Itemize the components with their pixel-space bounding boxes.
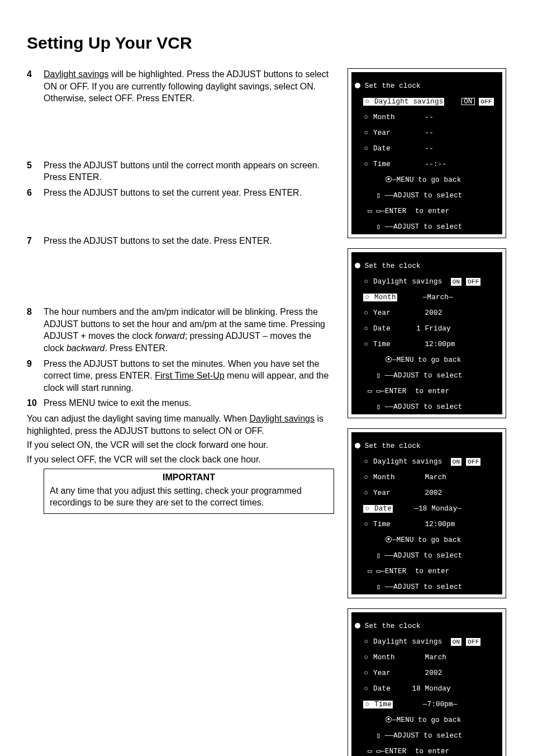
step-9: 9 Press the ADJUST buttons to set the mi… [27,358,334,394]
osd-hint: MENU to go back [397,356,461,364]
osd-month-label: Month [373,114,395,121]
step-body: Press the ADJUST buttons until the corre… [44,159,334,183]
osd-time-label: Time [374,701,392,708]
osd-hint: ADJUST to select [393,552,462,560]
osd-column: Set the clock ○ Daylight savings ON OFF … [348,68,506,756]
osd-header: Set the clock [365,262,421,270]
osd-year-label: Year [373,489,391,497]
step-body: Press the ADJUST buttons to set the curr… [44,187,334,199]
osd-daylight: Daylight savings [373,278,442,286]
osd-hint: ADJUST to select [393,403,462,411]
osd-date-label: Date [373,685,391,693]
osd-header: Set the clock [365,82,421,90]
osd-month-label: Month [374,294,396,301]
osd-time-label: Time [373,521,391,528]
osd-month-val: -- [425,114,434,121]
osd-hint: MENU to go back [397,716,461,724]
osd-time-val: 12:00pm [425,521,455,528]
osd-header: Set the clock [365,622,421,630]
osd-hint: ADJUST to select [393,583,462,591]
osd-hint: MENU to go back [397,536,461,544]
important-title: IMPORTANT [50,471,328,484]
step-4: 4 Daylight savings will be highlighted. … [27,68,334,105]
osd-hint: ENTER to enter [385,388,450,395]
osd-hint: ENTER to enter [385,748,450,755]
osd-month-label: Month [373,654,395,662]
t: First Time Set-Up [155,371,224,380]
osd-header: Set the clock [365,442,421,450]
step-10: 10 Press MENU twice to exit the menus. [27,397,334,409]
paragraph-daylight-adjust: You can adjust the daylight saving time … [27,413,334,437]
step-body: Press the ADJUST buttons to set the date… [44,235,334,247]
osd-on: ON [461,98,474,105]
osd-date-val: —18 Monday— [414,505,461,513]
osd-time-label: Time [373,160,391,168]
clock-icon [355,263,360,268]
osd-hint: ADJUST to select [393,223,462,231]
step-number: 4 [27,68,44,105]
osd-year-val: 2002 [425,489,442,497]
osd-time-val: --:-- [425,160,447,168]
osd-screenshot-4: Set the clock ○ Daylight savings ON OFF … [348,608,506,756]
osd-screenshot-3: Set the clock ○ Daylight savings ON OFF … [348,428,506,598]
t: backward [66,343,104,353]
osd-hint: MENU to go back [397,176,461,184]
step-body: The hour numbers and the am/pm indicator… [44,306,334,354]
step4-underline: Daylight savings [44,69,109,79]
osd-date-val: -- [425,145,434,153]
osd-on: ON [451,278,462,286]
clock-icon [355,83,360,88]
clock-icon [355,623,360,629]
osd-time-label: Time [373,341,391,348]
osd-hint: ENTER to enter [385,568,450,575]
step-5: 5 Press the ADJUST buttons until the cor… [27,159,334,183]
osd-daylight: Daylight savings [374,98,443,106]
osd-date-val: 1 Friday [416,325,451,333]
paragraph-off: If you select OFF, the VCR will set the … [27,453,334,466]
osd-hint: ENTER to enter [385,207,450,215]
step-6: 6 Press the ADJUST buttons to set the cu… [27,187,334,199]
step-number: 9 [27,358,44,394]
t: forward [155,331,184,341]
osd-date-label: Date [373,145,391,153]
osd-month-val: March [425,474,447,481]
osd-year-val: 2002 [425,309,442,317]
t: . Press ENTER. [104,343,168,353]
osd-year-label: Year [373,129,391,137]
step-body: Press the ADJUST buttons to set the minu… [44,358,334,394]
osd-hint: ADJUST to select [393,192,462,200]
osd-off: OFF [479,98,493,106]
osd-off: OFF [466,638,480,646]
osd-off: OFF [466,458,480,466]
osd-hint: ADJUST to select [393,372,462,380]
osd-year-label: Year [373,309,391,317]
osd-daylight: Daylight savings [373,638,442,646]
osd-screenshot-1: Set the clock ○ Daylight savings ON OFF … [348,68,506,238]
osd-daylight: Daylight savings [373,458,442,466]
step-body: Press MENU twice to exit the menus. [44,397,334,409]
instruction-column: 4 Daylight savings will be highlighted. … [27,68,334,514]
osd-year-val: 2002 [425,669,442,677]
osd-date-label: Date [374,505,392,513]
step-number: 8 [27,306,44,354]
step-number: 6 [27,187,44,199]
osd-screenshot-2: Set the clock ○ Daylight savings ON OFF … [348,248,506,418]
page-title: Setting Up Your VCR [27,34,506,53]
osd-date-val: 18 Monday [412,685,450,693]
paragraph-on: If you select ON, the VCR will set the c… [27,439,334,451]
osd-month-val: March [425,654,447,662]
clock-icon [355,443,360,448]
osd-on: ON [451,638,462,646]
osd-off: OFF [466,278,480,286]
osd-on: ON [451,458,462,466]
important-box: IMPORTANT At any time that you adjust th… [44,469,334,514]
osd-time-val: 12:00pm [425,341,455,348]
osd-date-label: Date [373,325,391,333]
step-number: 7 [27,235,44,247]
osd-year-val: -- [425,129,434,137]
osd-month-val: —March— [423,294,453,301]
step-number: 10 [27,397,44,409]
osd-year-label: Year [373,669,391,677]
step-number: 5 [27,159,44,183]
t: Daylight savings [249,414,315,423]
